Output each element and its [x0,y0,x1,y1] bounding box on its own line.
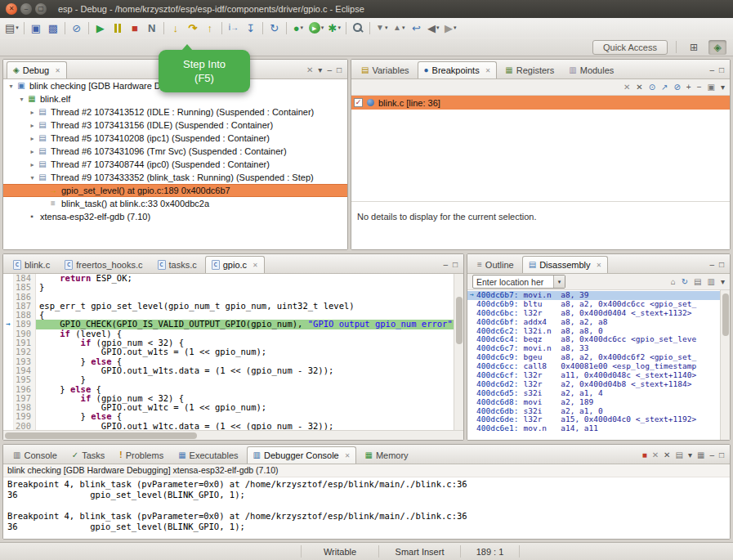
new-button[interactable]: ▤▾ [3,20,20,36]
debug-tree-item[interactable]: →gpio_set_level() at gpio.c:189 0x400dc6… [3,184,347,197]
scrollbar-thumb[interactable] [722,293,729,336]
tab-memory[interactable]: ▦Memory [358,446,414,464]
debug-tree-item[interactable]: ≡blink_task() at blink.c:33 0x400dbc2a [3,197,347,210]
remove-all-launches-icon[interactable]: ✕ [664,451,670,459]
disassembly-line[interactable]: 400dc6d8:movi a2, 189 [467,398,730,407]
display-selected-console-icon[interactable]: ▾ [688,451,692,459]
minimize-view-icon[interactable]: – [709,451,714,459]
window-minimize-button[interactable]: – [20,3,32,15]
remove-all-terminated-icon[interactable]: ✕ [306,66,313,74]
forward-button[interactable]: ▶▾ [442,20,458,36]
tab-variables[interactable]: ▤Variables [355,61,416,78]
tree-expander-icon[interactable]: ▾ [28,174,37,181]
tree-expander-icon[interactable]: ▸ [28,161,37,168]
code-line[interactable]: 200 GPIO.out1_w1tc.data = (1 << (gpio_nu… [3,422,463,430]
tree-expander-icon[interactable]: ▸ [28,109,37,116]
save-button[interactable]: ▣ [28,20,44,36]
show-source-icon[interactable]: ▤ [694,278,701,286]
debug-tree-item[interactable]: ▸▤Thread #6 1073431096 (Tmr Svc) (Suspen… [3,145,347,158]
tab-close-icon[interactable]: ✕ [253,262,258,269]
remove-all-breakpoints-icon[interactable]: ✕ [636,83,642,92]
step-return-button[interactable]: ↑ [202,20,218,36]
suspend-button[interactable] [110,20,126,36]
terminate-console-icon[interactable]: ■ [642,451,647,459]
debug-tree-item[interactable]: ▸▤Thread #7 1073408744 (ipc0) (Suspended… [3,158,347,171]
console-output[interactable]: Breakpoint 4, blink_task (pvParameter=0x… [3,477,730,539]
run-button[interactable]: ▶▾ [307,20,326,36]
tab-gpio-c[interactable]: cgpio.c✕ [205,256,265,273]
breakpoint-item[interactable]: ✓ blink.c [line: 36] [351,96,730,110]
tree-expander-icon[interactable]: ▾ [17,96,26,103]
split-view-icon[interactable]: ▥ [708,278,715,286]
save-all-button[interactable]: ▩ [45,20,61,36]
scrollbar-thumb[interactable] [456,297,463,344]
view-menu-icon[interactable]: ▾ [721,278,725,286]
tab-freertos-hooks-c[interactable]: cfreertos_hooks.c [58,256,149,273]
debug-tree-item[interactable]: ▸▤Thread #5 1073410208 (ipc1) (Suspended… [3,132,347,145]
tab-executables[interactable]: ▦Executables [172,446,244,464]
tab-debug[interactable]: ◈Debug✕ [7,61,67,78]
debug-perspective-button[interactable]: ◈ [708,40,726,55]
instruction-stepping-button[interactable]: i→ [226,20,242,36]
go-to-file-for-breakpoint-icon[interactable]: ↗ [661,83,668,92]
tab-close-icon[interactable]: ✕ [597,262,602,269]
code-line[interactable]: 184 return ESP_OK; [3,274,463,283]
window-maximize-button[interactable]: ▢ [35,3,47,15]
tab-close-icon[interactable]: ✕ [485,67,491,74]
tab-tasks[interactable]: ✓Tasks [65,446,112,464]
search-button[interactable] [350,20,366,36]
skip-all-breakpoints-button[interactable]: ⊘ [69,20,85,36]
debug-tree-item[interactable]: ▪xtensa-esp32-elf-gdb (7.10) [3,210,347,223]
tab-debugger-console[interactable]: ▥Debugger Console✕ [247,446,357,464]
collapse-all-icon[interactable]: − [697,83,702,92]
external-tools-button[interactable]: ✱▾ [326,20,342,36]
view-menu-icon[interactable]: ▾ [721,83,725,92]
tree-expander-icon[interactable]: ▸ [28,148,37,155]
editor-vertical-scrollbar[interactable] [454,274,463,430]
tree-expander-icon[interactable]: ▾ [7,83,16,90]
chevron-down-icon[interactable]: ▾ [553,276,565,288]
debug-tree-item[interactable]: ▾▤Thread #9 1073433352 (blink_task : Run… [3,171,347,184]
disconnect-button[interactable]: N [144,20,160,36]
minimize-view-icon[interactable]: – [709,261,714,269]
remove-selected-breakpoints-icon[interactable]: ✕ [623,83,630,92]
tab-disassembly[interactable]: ▤Disassembly✕ [522,256,609,273]
refresh-icon[interactable]: ↻ [682,278,688,286]
tab-outline[interactable]: ≡Outline [471,256,521,273]
drop-to-frame-button[interactable]: ↧ [243,20,259,36]
debug-tree-item[interactable]: ▸▤Thread #2 1073413512 (IDLE : Running) … [3,105,347,119]
location-combo[interactable]: Enter location her ▾ [472,275,565,289]
disassembly-line[interactable]: 400dc6bf:addx4 a8, a2, a8 [467,318,730,327]
link-with-debug-view-icon[interactable]: ▣ [708,83,715,92]
disassembly-area[interactable]: →400dc6b7:movi.n a8, 39400dc6b9:bltu a8,… [467,290,730,440]
debug-button[interactable]: ●▾ [290,20,306,36]
step-over-button[interactable]: ↷ [185,20,201,36]
quick-access-button[interactable]: Quick Access [592,40,668,55]
skip-all-breakpoints-icon[interactable]: ⊘ [673,83,680,92]
clear-console-icon[interactable]: ▤ [675,451,682,459]
debug-tree-item[interactable]: ▸▤Thread #3 1073413156 (IDLE) (Suspended… [3,119,347,132]
tab-console[interactable]: ▥Console [7,446,64,464]
minimize-view-icon[interactable]: – [443,261,448,269]
tree-expander-icon[interactable]: ▸ [28,135,37,142]
minimize-view-icon[interactable]: – [709,66,714,74]
step-into-button[interactable]: ↓ [168,20,184,36]
tab-close-icon[interactable]: ✕ [345,452,351,459]
code-line[interactable]: 185} [3,283,463,292]
show-breakpoints-supported-icon[interactable]: ⊙ [649,83,655,92]
maximize-view-icon[interactable]: □ [719,261,724,269]
breakpoint-checkbox[interactable]: ✓ [354,98,363,107]
view-menu-icon[interactable]: ▾ [318,66,322,74]
code-area[interactable]: 184 return ESP_OK;185}186187esp_err_t gp… [3,274,463,430]
expand-all-icon[interactable]: + [686,83,691,92]
maximize-view-icon[interactable]: □ [453,261,458,269]
tree-expander-icon[interactable]: ▸ [28,122,37,129]
code-line[interactable]: 187esp_err_t gpio_set_level(gpio_num_t g… [3,302,463,311]
tab-problems[interactable]: !Problems [113,446,170,464]
maximize-view-icon[interactable]: □ [719,451,724,459]
maximize-view-icon[interactable]: □ [719,66,724,74]
debug-tree-item[interactable]: ▾▦blink.elf [3,92,347,105]
tab-modules[interactable]: ▥Modules [562,61,620,78]
remove-launch-icon[interactable]: ✕ [652,451,659,459]
minimize-view-icon[interactable]: – [327,66,332,74]
